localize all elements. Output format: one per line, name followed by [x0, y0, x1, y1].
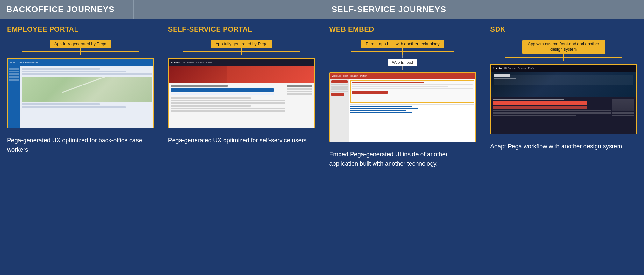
- h-bracket-left-2: [183, 51, 241, 52]
- ss-rline1: [287, 85, 312, 87]
- embed-l3: [352, 88, 473, 89]
- backoffice-title: BACKOFFICE JOURNEYS: [6, 4, 115, 14]
- sdk-label-wrapper: App with custom front-end and another de…: [490, 40, 637, 61]
- web-embed-inner-label: Web Embed: [388, 59, 417, 66]
- sdk-h-bracket: [505, 57, 622, 61]
- selfservice-title: SELF-SERVICE JOURNEYS: [332, 4, 446, 14]
- we-embed-box: [350, 80, 474, 103]
- employee-portal-label-wrapper: App fully generated by Pega: [7, 40, 154, 55]
- dot2: [13, 62, 15, 63]
- column-selfservice-portal: SELF-SERVICE PORTAL App fully generated …: [161, 19, 322, 275]
- we-nav1: VEHICLES: [332, 75, 341, 77]
- sdk-hline-left: [505, 57, 563, 58]
- we-bracket-3: [402, 66, 403, 70]
- sdk-topbar: U Auto U+ Connect Trade-In Profile: [491, 65, 636, 72]
- we-l4: [350, 110, 406, 111]
- sidebar-item4: [9, 76, 19, 78]
- we-body: [330, 79, 476, 142]
- sdk-welcome: [494, 74, 516, 79]
- ss-logo: U Auto: [171, 61, 180, 64]
- we-nav3: DEALER: [350, 75, 358, 77]
- sidebar-item3: [9, 73, 19, 75]
- ss-content: [169, 83, 314, 114]
- row4: [22, 103, 100, 105]
- mockup-topbar: Pega Investigator: [8, 59, 153, 66]
- ss-line-accent2: [171, 93, 274, 95]
- sdk-screenshot: U Auto U+ Connect Trade-In Profile: [490, 64, 637, 134]
- sdk-rl2: [612, 115, 634, 116]
- ss-line4: [171, 102, 285, 104]
- ss-line6: [171, 108, 285, 109]
- selfservice-portal-title: SELF-SERVICE PORTAL: [168, 25, 315, 33]
- ss-hero: [169, 66, 314, 83]
- we-topbar: VEHICLES SHOP DEALER OWNER: [330, 73, 476, 79]
- nav3: Profile: [206, 61, 212, 63]
- row5: [22, 106, 126, 108]
- sdk-mockup: U Auto U+ Connect Trade-In Profile: [491, 65, 636, 134]
- web-embed-screenshot: VEHICLES SHOP DEALER OWNER: [329, 72, 476, 142]
- h-bracket-left-1: [22, 51, 80, 52]
- webembed-mockup: VEHICLES SHOP DEALER OWNER: [330, 73, 476, 142]
- section-headers: BACKOFFICE JOURNEYS SELF-SERVICE JOURNEY…: [0, 0, 644, 19]
- embed-title: [352, 82, 424, 83]
- sdk-h2: [494, 78, 516, 79]
- bracket-line-1: [80, 48, 81, 51]
- we-s4: [331, 91, 348, 92]
- h-bracket-2: [183, 51, 300, 55]
- we-s-btn: [331, 93, 344, 96]
- we-nav4: OWNER: [360, 75, 367, 77]
- embed-btn: [352, 91, 388, 94]
- sdk-dl3: [493, 115, 576, 116]
- nav2: Trade-In: [196, 61, 204, 63]
- sdk-avatar: [612, 99, 634, 111]
- sdk-label: App with custom front-end and another de…: [522, 40, 605, 54]
- selfservice-portal-description: Pega-generated UX optimized for self-ser…: [168, 136, 315, 145]
- ss-line3: [171, 100, 285, 101]
- employee-portal-screenshot: Pega Investigator: [7, 58, 154, 128]
- ss-line5: [171, 105, 251, 107]
- column-sdk: SDK App with custom front-end and anothe…: [483, 19, 644, 275]
- web-embed-label-wrapper: Parent app built with another technology…: [329, 40, 476, 70]
- we-header-bar: [331, 80, 348, 83]
- we-l1: [350, 104, 474, 105]
- sdk-hline-right: [564, 57, 622, 58]
- column-employee-portal: EMPLOYEE PORTAL App fully generated by P…: [0, 19, 161, 275]
- sdk-btn1: [493, 101, 587, 105]
- employee-portal-title: EMPLOYEE PORTAL: [7, 25, 154, 33]
- sdk-nav1: U+ Connect: [504, 67, 516, 69]
- selfservice-portal-label: App fully generated by Pega: [211, 40, 272, 48]
- sidebar-item1: [9, 68, 19, 70]
- selfservice-portal-screenshot: U Auto U+ Connect Trade-In Profile: [168, 58, 315, 128]
- ss-line1: [171, 85, 228, 87]
- nav1: U+ Connect: [182, 61, 194, 63]
- section-header-selfservice: SELF-SERVICE JOURNEYS: [134, 0, 644, 19]
- sdk-title: SDK: [490, 25, 637, 33]
- ss-topbar: U Auto U+ Connect Trade-In Profile: [169, 59, 314, 66]
- we-l2: [350, 106, 412, 107]
- embed-l1: [352, 84, 473, 85]
- mockup-body: [8, 66, 153, 128]
- sdk-logo: U Auto: [493, 67, 502, 70]
- ss-line7: [171, 110, 285, 112]
- sdk-rl1: [612, 112, 634, 114]
- embed-l2: [352, 86, 449, 87]
- ss-nav: U+ Connect Trade-In Profile: [182, 61, 212, 63]
- section-header-backoffice: BACKOFFICE JOURNEYS: [0, 0, 134, 19]
- ss-rline4: [287, 93, 312, 95]
- we-nav: VEHICLES SHOP DEALER OWNER: [332, 75, 368, 77]
- ss-line-accent1: [171, 88, 274, 92]
- we-h-bracket: [351, 51, 454, 55]
- sdk-dl1: [493, 110, 611, 111]
- sdk-nav2: Trade-In: [518, 67, 526, 69]
- h-bracket-right-2: [242, 51, 300, 52]
- web-embed-title: WEB EMBED: [329, 25, 476, 33]
- sdk-description: Adapt Pega workflow with another design …: [490, 142, 637, 151]
- row3: [22, 73, 152, 75]
- dot1: [10, 62, 12, 63]
- web-embed-description: Embed Pega-generated UI inside of anothe…: [329, 150, 476, 168]
- sidebar-item2: [9, 71, 19, 72]
- ss-rline3: [287, 91, 312, 92]
- sdk-nav3: Profile: [528, 67, 535, 69]
- we-bracket-1: [402, 48, 403, 51]
- we-sidebar: [330, 79, 349, 142]
